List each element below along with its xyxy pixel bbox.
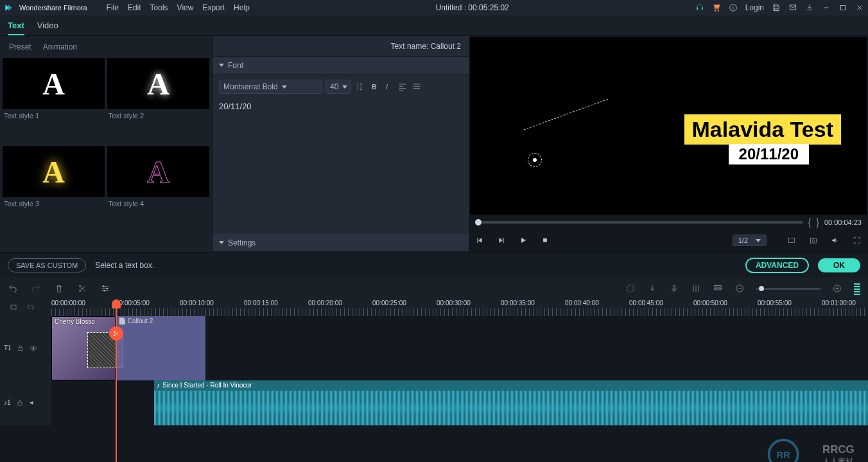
panel-tabs: Text Video: [0, 15, 868, 36]
align-options-icon[interactable]: [412, 82, 422, 92]
fullscreen-icon[interactable]: [853, 236, 862, 245]
svg-text:RRCG: RRCG: [822, 443, 855, 456]
svg-rect-6: [543, 238, 547, 242]
watermark: RRRRCG人人素材: [765, 435, 862, 462]
svg-point-21: [32, 347, 34, 349]
menu-edit[interactable]: Edit: [128, 3, 141, 12]
snapshot-icon[interactable]: [809, 236, 818, 245]
text-content-input[interactable]: 20/11/20: [213, 99, 469, 234]
render-icon[interactable]: [625, 283, 636, 294]
font-family-select[interactable]: Montserrat Bold: [219, 80, 322, 94]
playhead[interactable]: [116, 299, 117, 462]
advanced-button[interactable]: ADVANCED: [745, 258, 809, 273]
voiceover-icon[interactable]: [669, 283, 679, 294]
zoom-out-icon[interactable]: [734, 283, 745, 294]
ruler-mark: 00:00:30:00: [437, 299, 471, 307]
tab-animation[interactable]: Animation: [43, 42, 77, 51]
preview-quality-icon[interactable]: [787, 236, 796, 245]
callout-subtitle[interactable]: 20/11/20: [729, 144, 809, 164]
save-icon[interactable]: [772, 3, 781, 12]
volume-icon[interactable]: [831, 236, 840, 245]
menu-tools[interactable]: Tools: [150, 3, 168, 12]
menu-file[interactable]: File: [107, 3, 119, 12]
menu-view[interactable]: View: [177, 3, 194, 12]
lock-icon[interactable]: [17, 344, 24, 352]
ruler-mark: 00:00:50:00: [693, 299, 727, 307]
ruler-mark: 00:00:40:00: [565, 299, 599, 307]
ripple-toggle-icon[interactable]: [10, 303, 17, 311]
next-frame-icon[interactable]: [497, 236, 506, 245]
info-icon[interactable]: i: [729, 3, 738, 12]
split-icon[interactable]: [77, 283, 87, 294]
font-size-select[interactable]: 40: [326, 80, 351, 94]
track-audio-1: ♪1 ♪ Since I Started - Roll In Vinocor: [51, 380, 868, 425]
clip-video[interactable]: Cherry Blosso: [51, 316, 116, 380]
menu-export[interactable]: Export: [202, 3, 225, 12]
ruler-mark: 00:00:35:00: [501, 299, 535, 307]
message-icon[interactable]: [788, 3, 797, 12]
preview-viewport[interactable]: Malavida Test 20/11/20: [470, 37, 867, 215]
track-manager-icon[interactable]: [713, 283, 723, 294]
clip-text[interactable]: 📄 Callout 2: [116, 316, 205, 380]
lock-icon[interactable]: [16, 399, 24, 407]
svg-text:人人素材: 人人素材: [822, 457, 853, 462]
preset-1[interactable]: A Text style 1: [3, 58, 105, 143]
marker-icon[interactable]: [647, 283, 657, 294]
maximize-icon[interactable]: [838, 3, 847, 12]
ruler-mark: 00:00:10:00: [180, 299, 214, 307]
stop-icon[interactable]: [541, 236, 550, 245]
split-cursor-icon[interactable]: [109, 326, 123, 341]
snap-toggle-icon[interactable]: [27, 303, 35, 311]
delete-icon[interactable]: [54, 283, 64, 294]
settings-section-header[interactable]: Settings: [213, 234, 469, 252]
ruler-mark: 00:00:45:00: [629, 299, 663, 307]
tab-video[interactable]: Video: [37, 21, 58, 35]
brace-open-icon[interactable]: {: [808, 217, 812, 227]
undo-icon[interactable]: [8, 283, 18, 294]
save-as-custom-button[interactable]: SAVE AS CUSTOM: [8, 258, 86, 272]
svg-rect-16: [715, 288, 722, 290]
adjust-icon[interactable]: [100, 283, 110, 294]
eye-icon[interactable]: [30, 344, 37, 352]
preset-2[interactable]: A Text style 2: [107, 58, 209, 143]
cart-icon[interactable]: [712, 3, 721, 12]
preview-scrubber[interactable]: [475, 221, 803, 224]
redo-icon[interactable]: [31, 283, 41, 294]
preset-4[interactable]: A Text style 4: [107, 146, 209, 231]
play-icon[interactable]: [519, 236, 528, 245]
login-button[interactable]: Login: [745, 3, 764, 12]
clip-audio[interactable]: ♪ Since I Started - Roll In Vinocor: [154, 380, 868, 425]
zoom-in-icon[interactable]: [832, 283, 842, 294]
mute-icon[interactable]: [29, 399, 37, 407]
preview-ratio-select[interactable]: 1/2: [733, 235, 767, 246]
prev-frame-icon[interactable]: [475, 236, 484, 245]
preview-timecode: 00:00:04:23: [824, 218, 862, 226]
callout-anchor[interactable]: [528, 153, 542, 167]
ok-button[interactable]: OK: [818, 258, 860, 272]
minimize-icon[interactable]: [822, 3, 831, 12]
download-icon[interactable]: [805, 3, 814, 12]
font-section-header[interactable]: Font: [213, 57, 469, 75]
italic-icon[interactable]: I: [383, 82, 394, 92]
titlebar: Wondershare Filmora File Edit Tools View…: [0, 0, 868, 15]
align-left-icon[interactable]: [397, 82, 408, 92]
line-spacing-icon[interactable]: [355, 82, 365, 92]
headphones-icon[interactable]: [695, 3, 704, 12]
tab-preset[interactable]: Preset: [9, 42, 31, 51]
timeline-ruler[interactable]: 00:00:00:0000:00:05:0000:00:10:0000:00:1…: [0, 299, 868, 316]
callout-title[interactable]: Malavida Test: [684, 114, 841, 145]
preset-3[interactable]: A Text style 3: [3, 146, 105, 231]
zoom-slider[interactable]: [756, 288, 820, 290]
brace-close-icon[interactable]: }: [816, 217, 819, 227]
svg-rect-15: [715, 285, 722, 287]
waveform: [154, 391, 868, 425]
zoom-fit-icon[interactable]: [854, 282, 860, 295]
bold-icon[interactable]: B: [369, 82, 379, 92]
close-icon[interactable]: [855, 3, 864, 12]
track-video-1: T1 Cherry Blosso 📄 Callout 2: [51, 316, 868, 380]
tab-text[interactable]: Text: [8, 21, 24, 35]
menu-help[interactable]: Help: [234, 3, 250, 12]
svg-rect-8: [810, 238, 816, 243]
mixer-icon[interactable]: [691, 283, 701, 294]
svg-rect-7: [788, 238, 794, 243]
